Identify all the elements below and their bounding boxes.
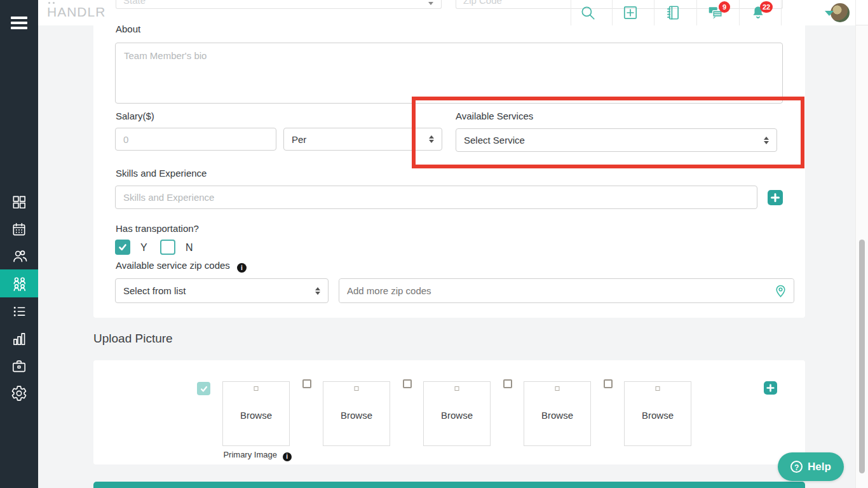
image-slot-checkbox[interactable]: [302, 379, 311, 388]
list-icon: [11, 303, 27, 320]
dashboard-icon: [11, 194, 27, 210]
messages-badge: 9: [719, 1, 730, 13]
zip-codes-select-value: Select from list: [123, 285, 186, 296]
skills-label: Skills and Experience: [116, 168, 207, 179]
sidebar-item-team[interactable]: [0, 269, 38, 297]
file-placeholder-icon: [254, 386, 259, 391]
image-slot-checkbox[interactable]: [197, 382, 210, 395]
plus-icon: [764, 381, 777, 395]
plus-icon: [768, 190, 783, 205]
state-placeholder: State: [123, 0, 146, 6]
scrollbar-thumb[interactable]: [859, 240, 865, 473]
clients-icon: [11, 247, 28, 264]
divider: [654, 0, 654, 25]
header: HANDLR State Zip Code: [38, 0, 855, 25]
bio-textarea[interactable]: [115, 43, 783, 104]
page: HANDLR State Zip Code: [0, 0, 868, 488]
chart-icon: [11, 330, 27, 347]
select-arrows-icon: [764, 136, 770, 145]
hamburger-menu-icon[interactable]: [11, 17, 27, 33]
browse-upload-box[interactable]: Browse: [323, 381, 390, 446]
transportation-no-checkbox[interactable]: [160, 240, 175, 255]
add-icon[interactable]: [622, 4, 639, 21]
browse-upload-box[interactable]: Browse: [524, 381, 591, 446]
upload-picture-heading: Upload Picture: [93, 332, 173, 346]
add-image-slot-button[interactable]: [764, 381, 777, 395]
available-services-select[interactable]: Select Service: [456, 128, 777, 152]
logo-umlaut: [48, 2, 50, 4]
help-button[interactable]: ? Help: [778, 452, 844, 481]
calendar-icon: [11, 221, 27, 238]
browse-upload-box[interactable]: Browse: [624, 381, 691, 446]
image-slot-checkbox[interactable]: [503, 379, 512, 388]
add-skill-button[interactable]: [768, 190, 783, 205]
browse-label: Browse: [323, 410, 390, 421]
sidebar-item-list[interactable]: [0, 297, 38, 325]
salary-period-select[interactable]: Per: [283, 128, 442, 151]
browse-label: Browse: [625, 410, 691, 421]
salary-input[interactable]: [115, 128, 276, 151]
salary-period-value: Per: [292, 134, 306, 145]
team-icon: [11, 275, 28, 292]
notifications-icon[interactable]: 22: [750, 4, 766, 21]
salary-label: Salary($): [116, 111, 154, 121]
location-pin-icon[interactable]: [775, 285, 786, 300]
browse-upload-box[interactable]: Browse: [222, 381, 290, 446]
search-icon[interactable]: [580, 4, 596, 21]
sidebar-item-reports[interactable]: [0, 325, 38, 352]
select-arrows-icon: [429, 135, 435, 144]
notifications-badge: 22: [760, 1, 773, 13]
sidebar-item-dashboard[interactable]: [0, 188, 38, 215]
transportation-yes-checkbox[interactable]: [115, 240, 130, 255]
scrollbar-track: [855, 0, 868, 488]
sidebar: [0, 0, 38, 488]
image-slot-checkbox[interactable]: [604, 379, 613, 388]
question-mark-icon: ?: [790, 461, 803, 473]
select-arrows-icon: [315, 287, 321, 295]
briefcase-icon: [11, 358, 27, 374]
chevron-down-icon: [428, 2, 433, 5]
file-placeholder-icon: [355, 386, 359, 391]
transportation-yes-label: Y: [140, 242, 147, 254]
zip-codes-select[interactable]: Select from list: [115, 278, 329, 303]
zip-placeholder: Zip Code: [463, 0, 502, 6]
file-placeholder-icon: [656, 386, 660, 391]
help-label: Help: [808, 461, 831, 473]
image-slot-checkbox[interactable]: [403, 379, 412, 388]
settings-icon: [11, 385, 27, 402]
primary-image-caption: Primary Image i: [210, 450, 305, 461]
notebook-icon[interactable]: [665, 4, 681, 21]
state-select[interactable]: State: [116, 0, 442, 9]
skills-input[interactable]: [115, 186, 757, 209]
add-zip-codes-input-wrap: [339, 278, 794, 303]
divider: [781, 0, 782, 25]
submit-button[interactable]: [93, 482, 805, 488]
sidebar-item-settings[interactable]: [0, 379, 38, 407]
available-services-value: Select Service: [464, 135, 525, 146]
info-icon[interactable]: i: [237, 263, 247, 273]
file-placeholder-icon: [455, 386, 459, 391]
sidebar-item-calendar[interactable]: [0, 215, 38, 243]
divider: [612, 0, 613, 25]
scrollbar-header-cap: [856, 0, 868, 25]
add-zip-codes-input[interactable]: [339, 279, 794, 302]
sidebar-item-clients[interactable]: [0, 242, 38, 269]
transportation-no-label: N: [186, 242, 193, 254]
browse-upload-box[interactable]: Browse: [423, 381, 491, 446]
zip-code-input[interactable]: Zip Code: [456, 0, 783, 9]
check-icon: [118, 242, 128, 252]
sidebar-item-jobs[interactable]: [0, 352, 38, 379]
divider: [571, 0, 571, 25]
messages-icon[interactable]: 9: [707, 4, 724, 21]
divider: [739, 0, 740, 25]
available-services-label: Available Services: [456, 111, 533, 121]
divider: [696, 0, 697, 25]
transportation-label: Has transportation?: [116, 223, 199, 234]
file-placeholder-icon: [555, 386, 560, 391]
check-icon: [200, 384, 208, 393]
chevron-down-icon[interactable]: [825, 11, 834, 16]
logo: HANDLR: [47, 4, 105, 20]
browse-label: Browse: [223, 410, 289, 421]
info-icon[interactable]: i: [283, 452, 292, 461]
browse-label: Browse: [524, 410, 590, 421]
